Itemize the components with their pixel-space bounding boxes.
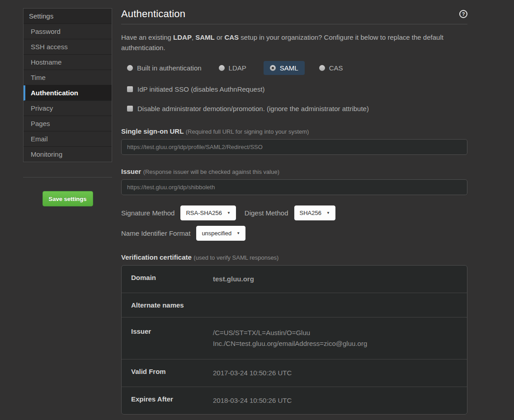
sidebar-item-ssh-access[interactable]: SSH access: [24, 39, 112, 55]
settings-menu: Settings Password SSH access Hostname Ti…: [23, 8, 112, 162]
chevron-down-icon: ▼: [227, 211, 231, 215]
name-identifier-format-label: Name Identifier Format: [121, 229, 190, 237]
signature-method-label: Signature Method: [121, 209, 174, 217]
chevron-down-icon: ▼: [236, 231, 240, 235]
digest-method-select[interactable]: SHA256 ▼: [294, 205, 335, 220]
sidebar: Settings Password SSH access Hostname Ti…: [23, 8, 112, 206]
auth-method-radio-group: Built in authentication LDAP SAML CAS: [127, 61, 467, 75]
radio-ldap[interactable]: LDAP: [219, 64, 246, 72]
radio-built-in-authentication[interactable]: Built in authentication: [127, 64, 202, 72]
selected-value: SHA256: [300, 210, 321, 216]
table-row-domain: Domain test.gluu.org: [122, 266, 467, 293]
checkbox-icon: [127, 106, 133, 112]
sso-url-group: Single sign-on URL (Required full URL fo…: [121, 127, 467, 155]
radio-icon: [319, 65, 325, 71]
sidebar-item-privacy[interactable]: Privacy: [24, 101, 112, 116]
radio-saml[interactable]: SAML: [264, 61, 305, 75]
signature-digest-row: Signature Method RSA-SHA256 ▼ Digest Met…: [121, 205, 467, 220]
sidebar-item-hostname[interactable]: Hostname: [24, 55, 112, 70]
issuer-input[interactable]: [121, 179, 467, 195]
page-title: Authentication: [121, 8, 185, 20]
radio-label: CAS: [329, 64, 343, 72]
selected-value: unspecified: [202, 230, 231, 237]
signature-method-select[interactable]: RSA-SHA256 ▼: [180, 205, 236, 220]
sidebar-item-time[interactable]: Time: [24, 70, 112, 85]
radio-icon: [219, 65, 225, 71]
sidebar-item-pages[interactable]: Pages: [24, 116, 112, 131]
name-identifier-row: Name Identifier Format unspecified ▼: [121, 226, 467, 241]
main-content: Authentication ? Have an existing LDAP, …: [121, 8, 467, 420]
settings-page: Settings Password SSH access Hostname Ti…: [0, 0, 514, 420]
selected-value: RSA-SHA256: [186, 210, 222, 216]
verification-certificate-label: Verification certificate (used to verify…: [121, 253, 467, 261]
table-row-alternate-names: Alternate names: [122, 293, 467, 317]
checkbox-idp-initiated-sso[interactable]: IdP initiated SSO (disables AuthnRequest…: [127, 85, 467, 93]
sidebar-item-password[interactable]: Password: [24, 24, 112, 39]
sidebar-header: Settings: [24, 9, 112, 24]
certificate-table: Domain test.gluu.org Alternate names Iss…: [121, 265, 467, 415]
checkbox-label: Disable administrator demotion/promotion…: [137, 105, 369, 112]
radio-icon: [127, 65, 133, 71]
sidebar-item-monitoring[interactable]: Monitoring: [24, 147, 112, 162]
checkbox-label: IdP initiated SSO (disables AuthnRequest…: [137, 85, 265, 93]
issuer-group: Issuer (Response issuer will be checked …: [121, 168, 467, 195]
table-row-valid-from: Valid From 2017-03-24 10:50:26 UTC: [122, 359, 467, 387]
title-divider: [121, 24, 467, 24]
save-settings-button[interactable]: Save settings: [42, 191, 93, 206]
verification-certificate-section: Verification certificate (used to verify…: [121, 253, 467, 415]
radio-label: Built in authentication: [137, 64, 202, 72]
digest-method-label: Digest Method: [245, 209, 288, 217]
checkbox-icon: [127, 86, 133, 92]
radio-checked-icon: [270, 65, 276, 71]
sidebar-divider: [23, 177, 112, 177]
table-row-expires-after: Expires After 2018-03-24 10:50:26 UTC: [122, 387, 467, 414]
chevron-down-icon: ▼: [326, 211, 330, 215]
intro-text: Have an existing LDAP, SAML or CAS setup…: [121, 32, 456, 53]
page-header: Authentication ?: [121, 8, 467, 20]
issuer-label: Issuer (Response issuer will be checked …: [121, 168, 467, 176]
radio-cas[interactable]: CAS: [319, 64, 343, 72]
sidebar-item-email[interactable]: Email: [24, 131, 112, 147]
sso-url-input[interactable]: [121, 139, 467, 155]
name-identifier-format-select[interactable]: unspecified ▼: [196, 226, 245, 241]
checkbox-disable-admin-demotion[interactable]: Disable administrator demotion/promotion…: [127, 105, 467, 112]
table-row-issuer: Issuer /C=US/ST=TX/L=Austin/O=Gluu Inc./…: [122, 317, 467, 359]
sso-url-label: Single sign-on URL (Required full URL fo…: [121, 127, 467, 135]
sidebar-item-authentication[interactable]: Authentication: [24, 85, 112, 101]
help-icon[interactable]: ?: [459, 10, 467, 18]
radio-label: LDAP: [229, 64, 246, 72]
radio-label: SAML: [280, 64, 298, 72]
